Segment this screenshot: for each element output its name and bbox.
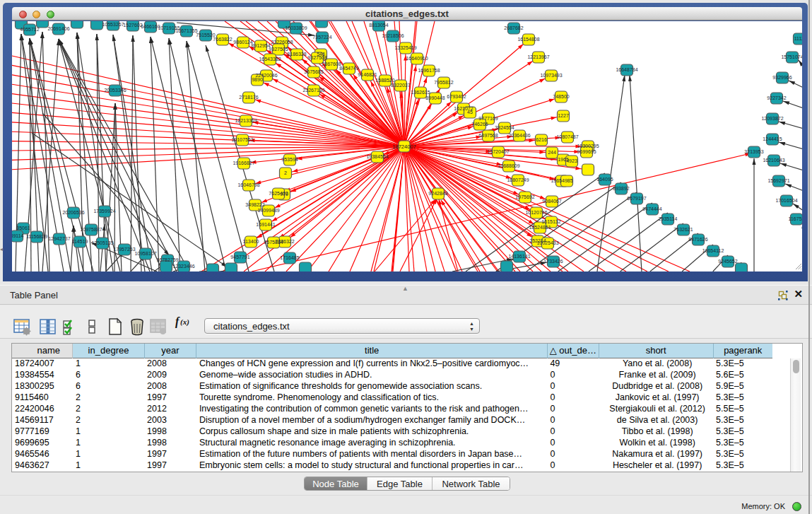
svg-text:14136141: 14136141 <box>508 254 530 259</box>
svg-text:16210643: 16210643 <box>763 158 784 163</box>
svg-text:12213967: 12213967 <box>527 54 549 59</box>
svg-text:8990448: 8990448 <box>425 95 445 100</box>
svg-text:116753: 116753 <box>789 216 802 221</box>
svg-text:3213953: 3213953 <box>744 149 763 154</box>
svg-text:16046798: 16046798 <box>237 182 259 187</box>
svg-text:9227342: 9227342 <box>767 95 786 100</box>
svg-text:6679197: 6679197 <box>627 196 646 201</box>
svg-text:16543382: 16543382 <box>259 57 281 62</box>
svg-text:(x): (x) <box>180 317 189 327</box>
svg-text:114519: 114519 <box>72 239 88 244</box>
svg-text:45: 45 <box>467 110 473 115</box>
svg-text:14099489: 14099489 <box>257 208 279 213</box>
svg-text:1716485: 1716485 <box>280 255 299 260</box>
svg-text:11156829: 11156829 <box>26 234 47 239</box>
svg-text:16648784: 16648784 <box>616 67 637 72</box>
svg-text:10025433: 10025433 <box>536 240 558 245</box>
svg-text:1112: 1112 <box>794 36 802 41</box>
svg-text:7663822: 7663822 <box>213 37 232 42</box>
svg-text:12505135: 12505135 <box>91 240 113 245</box>
svg-text:20206536: 20206536 <box>62 210 84 215</box>
svg-text:2687682: 2687682 <box>504 25 523 30</box>
svg-text:3824554: 3824554 <box>495 125 514 130</box>
svg-text:1615132: 1615132 <box>541 219 560 224</box>
svg-text:1244415: 1244415 <box>763 136 782 141</box>
svg-text:f: f <box>175 315 180 328</box>
svg-text:16782759: 16782759 <box>156 257 178 262</box>
svg-text:9575864: 9575864 <box>264 240 283 245</box>
svg-text:9327505: 9327505 <box>269 47 288 52</box>
svg-text:6497568: 6497568 <box>478 133 498 138</box>
svg-text:10975887: 10975887 <box>80 227 102 232</box>
svg-text:10688609: 10688609 <box>498 163 519 168</box>
svg-text:8186328: 8186328 <box>287 52 306 57</box>
svg-text:16961758: 16961758 <box>418 68 440 73</box>
svg-text:10120746: 10120746 <box>525 210 547 215</box>
svg-text:10553267: 10553267 <box>102 22 124 27</box>
svg-text:9457791: 9457791 <box>230 255 249 259</box>
svg-text:16640910: 16640910 <box>406 56 428 61</box>
svg-text:9242848: 9242848 <box>428 191 447 196</box>
svg-text:10107553: 10107553 <box>231 137 253 142</box>
svg-text:19654985: 19654985 <box>551 178 572 183</box>
svg-text:10654112: 10654112 <box>702 248 724 253</box>
svg-text:1227: 1227 <box>558 113 569 118</box>
svg-text:23226058: 23226058 <box>271 40 293 45</box>
svg-text:39114: 39114 <box>12 233 24 238</box>
svg-text:9860124: 9860124 <box>233 40 252 45</box>
svg-text:17016504: 17016504 <box>775 198 797 203</box>
svg-text:16033809: 16033809 <box>285 25 307 30</box>
svg-text:10958107: 10958107 <box>134 251 156 256</box>
svg-text:6216: 6216 <box>536 137 547 142</box>
svg-text:1588520: 1588520 <box>375 78 394 83</box>
svg-text:9474444: 9474444 <box>642 206 661 211</box>
svg-text:9327508: 9327508 <box>307 55 326 60</box>
svg-text:15692971: 15692971 <box>767 178 789 183</box>
svg-text:4923: 4923 <box>566 158 577 163</box>
svg-text:3498222: 3498222 <box>245 202 264 207</box>
svg-text:12942737: 12942737 <box>48 236 70 241</box>
svg-text:746266: 746266 <box>471 122 488 127</box>
svg-text:19218506: 19218506 <box>382 33 404 38</box>
svg-text:6793402: 6793402 <box>447 94 466 99</box>
svg-text:18807249: 18807249 <box>507 177 529 182</box>
svg-text:3675685: 3675685 <box>304 69 323 74</box>
svg-text:7955812: 7955812 <box>434 80 453 85</box>
svg-text:17359924: 17359924 <box>93 209 115 214</box>
svg-text:244: 244 <box>548 150 556 155</box>
svg-text:20691406: 20691406 <box>47 26 69 31</box>
svg-text:15720407: 15720407 <box>487 149 509 154</box>
svg-text:1362615: 1362615 <box>411 90 430 95</box>
svg-text:7625402: 7625402 <box>269 191 288 196</box>
svg-text:20364436: 20364436 <box>508 133 530 138</box>
svg-text:10807487: 10807487 <box>556 134 578 139</box>
svg-text:4055712: 4055712 <box>20 27 39 32</box>
svg-text:2935114: 2935114 <box>659 216 678 221</box>
svg-text:8454749: 8454749 <box>339 66 358 71</box>
svg-text:9699695: 9699695 <box>577 149 596 154</box>
svg-text:8322037: 8322037 <box>391 83 410 88</box>
svg-text:18524861: 18524861 <box>529 225 551 230</box>
svg-text:2867608: 2867608 <box>322 62 341 66</box>
svg-text:8813054: 8813054 <box>369 23 388 28</box>
svg-text:1975692: 1975692 <box>515 194 534 199</box>
svg-text:7357224: 7357224 <box>312 35 331 40</box>
svg-text:9245652: 9245652 <box>718 259 737 264</box>
svg-text:35061: 35061 <box>16 226 30 230</box>
svg-text:12093872: 12093872 <box>761 116 783 121</box>
svg-text:2: 2 <box>284 170 287 175</box>
svg-text:9084067: 9084067 <box>542 199 561 204</box>
svg-text:15751074: 15751074 <box>781 54 802 59</box>
svg-text:8471626: 8471626 <box>688 237 707 242</box>
svg-text:9329966: 9329966 <box>772 75 792 80</box>
svg-text:17957253: 17957253 <box>113 247 135 252</box>
svg-text:1527602: 1527602 <box>123 23 142 28</box>
svg-text:13325419: 13325419 <box>394 45 416 50</box>
svg-text:12323446: 12323446 <box>172 264 194 269</box>
svg-text:953594: 953594 <box>281 157 298 162</box>
svg-text:23267130: 23267130 <box>302 88 324 93</box>
svg-text:113400: 113400 <box>243 239 259 244</box>
svg-text:18300295: 18300295 <box>577 144 599 148</box>
svg-text:9777169: 9777169 <box>478 116 498 121</box>
svg-text:893892: 893892 <box>613 186 629 191</box>
